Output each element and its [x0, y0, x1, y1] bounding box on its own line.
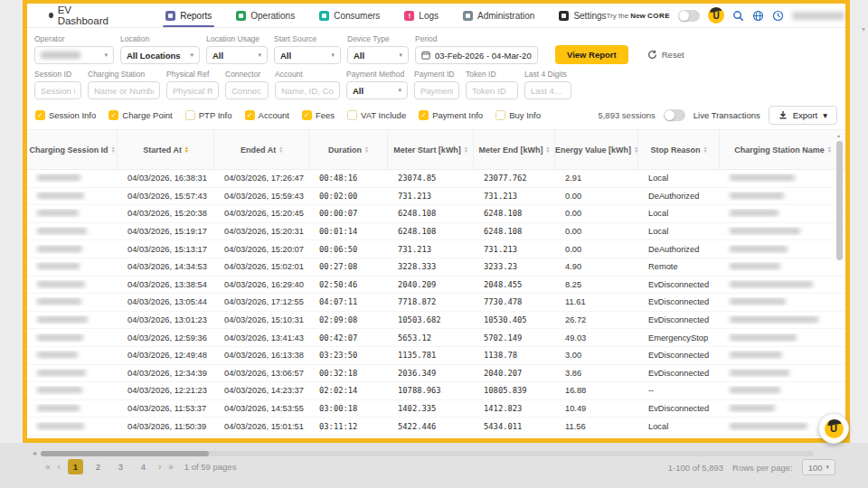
filter-input[interactable] — [275, 81, 340, 99]
table-row[interactable]: 04/03/2026, 15:20:3804/03/2026, 15:20:45… — [27, 205, 845, 223]
checkbox-buy-info[interactable]: Buy Info — [495, 110, 541, 120]
sort-icon[interactable]: ▴▾ — [465, 146, 467, 153]
live-transactions-toggle[interactable] — [664, 109, 685, 121]
clock-icon[interactable] — [772, 10, 784, 22]
cell-charging-session-id — [27, 280, 118, 289]
horizontal-scrollbar-thumb[interactable] — [41, 451, 209, 456]
search-icon[interactable] — [732, 10, 744, 22]
redacted-station-name — [730, 370, 789, 376]
column-header-energy-value-kwh-[interactable]: Energy Value [kWh]▴▾ — [555, 130, 638, 169]
sort-icon[interactable]: ▴▾ — [365, 146, 368, 153]
tab-consumers[interactable]: Consumers — [319, 4, 380, 27]
window-chevron-down-icon[interactable]: ▾ — [862, 25, 865, 33]
table-row[interactable]: 04/03/2026, 15:13:1704/03/2026, 15:20:07… — [27, 240, 845, 258]
table-row[interactable]: 04/03/2026, 11:50:3904/03/2026, 15:01:51… — [27, 418, 845, 436]
u-logo-icon[interactable]: U — [708, 7, 724, 23]
view-report-button[interactable]: View Report — [555, 45, 628, 64]
filter-select[interactable]: All▾ — [274, 46, 341, 64]
table-row[interactable]: 04/03/2026, 15:57:4304/03/2026, 15:59:43… — [27, 188, 845, 206]
cell: 6248.108 — [474, 209, 555, 218]
column-header-meter-end-kwh-[interactable]: Meter End [kWh]▴▾ — [474, 130, 555, 169]
first-page-button[interactable]: « — [45, 462, 51, 472]
column-header-duration[interactable]: Duration▴▾ — [309, 130, 388, 169]
last-page-button[interactable]: » — [168, 462, 174, 472]
table-row[interactable]: 04/03/2026, 13:05:4404/03/2026, 17:12:55… — [27, 294, 845, 312]
column-header-meter-start-kwh-[interactable]: Meter Start [kWh]▴▾ — [388, 130, 474, 169]
next-page-button[interactable]: › — [158, 462, 161, 472]
table-row[interactable]: 04/03/2026, 16:38:3104/03/2026, 17:26:47… — [27, 170, 845, 188]
sort-icon[interactable]: ▴▾ — [635, 146, 637, 153]
sort-icon[interactable]: ▴▾ — [279, 146, 282, 153]
session-id-input[interactable] — [41, 86, 75, 96]
column-header-charging-station-name[interactable]: Charging Station Name▴▾ — [720, 130, 845, 169]
sort-icon[interactable]: ▴▾ — [185, 146, 188, 153]
tab-settings[interactable]: Settings — [559, 4, 606, 27]
checkbox-ptp-info[interactable]: PTP Info — [185, 110, 232, 120]
column-header-charging-session-id[interactable]: Charging Session Id▴▾ — [27, 130, 118, 169]
checkbox-session-info[interactable]: ✓Session Info — [35, 110, 96, 120]
filter-select[interactable]: All Locations▾ — [120, 46, 200, 64]
checkbox-charge-point[interactable]: ✓Charge Point — [108, 110, 172, 120]
column-header-stop-reason[interactable]: Stop Reason▴▾ — [638, 130, 720, 169]
checkbox-fees[interactable]: ✓Fees — [302, 110, 335, 120]
column-header-started-at[interactable]: Started At▴▾ — [118, 130, 214, 169]
last-4-digits-input[interactable] — [531, 86, 565, 96]
export-button[interactable]: Export ▾ — [769, 106, 837, 125]
filter-select[interactable]: All▾ — [347, 46, 409, 64]
table-row[interactable]: 04/03/2026, 13:38:5404/03/2026, 16:29:40… — [27, 277, 845, 295]
sort-icon[interactable]: ▴▾ — [112, 146, 115, 153]
vertical-scrollbar-thumb[interactable] — [836, 141, 843, 260]
checkbox-vat-include[interactable]: VAT Include — [347, 110, 406, 120]
page-3[interactable]: 3 — [113, 459, 128, 474]
filter-select[interactable]: All▾ — [346, 81, 408, 99]
table-row[interactable]: 04/03/2026, 12:21:2304/03/2026, 14:23:37… — [27, 382, 845, 400]
filter-select[interactable]: All▾ — [206, 46, 268, 64]
sort-icon[interactable]: ▴▾ — [704, 146, 707, 153]
checkbox-account[interactable]: ✓Account — [245, 110, 289, 120]
page-1[interactable]: 1 — [68, 459, 83, 474]
checkbox-payment-info[interactable]: ✓Payment Info — [419, 110, 483, 120]
page-4[interactable]: 4 — [136, 459, 151, 474]
scroll-left-icon[interactable]: ◂ — [33, 449, 36, 457]
sort-icon[interactable]: ▴▾ — [547, 146, 550, 153]
filter-input[interactable] — [524, 81, 571, 99]
table-row[interactable]: 04/03/2026, 12:59:3604/03/2026, 13:41:43… — [27, 329, 845, 347]
reset-button[interactable]: Reset — [647, 45, 684, 64]
account-input[interactable] — [281, 86, 334, 96]
filter-input[interactable] — [88, 81, 160, 99]
page-2[interactable]: 2 — [90, 459, 106, 474]
horizontal-scrollbar[interactable] — [41, 451, 814, 456]
globe-icon[interactable] — [752, 10, 764, 22]
tab-operations[interactable]: Operations — [236, 4, 295, 27]
table-row[interactable]: 04/03/2026, 15:19:1704/03/2026, 15:20:31… — [27, 223, 845, 241]
table-row[interactable]: 04/03/2026, 13:01:2304/03/2026, 15:10:31… — [27, 312, 845, 330]
prev-page-button[interactable]: ‹ — [58, 462, 61, 472]
table-row[interactable]: 04/03/2026, 11:53:3704/03/2026, 14:53:55… — [27, 400, 845, 418]
table-row[interactable]: 04/03/2026, 12:49:4804/03/2026, 16:13:38… — [27, 347, 845, 365]
column-header-ended-at[interactable]: Ended At▴▾ — [214, 130, 309, 169]
tab-reports[interactable]: Reports — [165, 4, 212, 27]
user-name[interactable] — [792, 12, 844, 20]
period-datepicker[interactable]: 03-Feb-2026 - 04-Mar-2026 — [415, 46, 538, 64]
filter-input[interactable] — [166, 81, 219, 99]
connector-input[interactable] — [231, 86, 262, 96]
filter-input[interactable] — [34, 81, 81, 99]
payment-id-input[interactable] — [420, 86, 453, 96]
filter-select[interactable]: ▾ — [34, 46, 114, 64]
rows-per-page-select[interactable]: 100 ▾ — [802, 459, 835, 475]
vertical-scrollbar[interactable]: ▴ — [836, 132, 844, 436]
physical-ref-input[interactable] — [173, 86, 212, 96]
tab-administration[interactable]: Administration — [463, 4, 534, 27]
token-id-input[interactable] — [472, 86, 512, 96]
sort-icon[interactable]: ▴▾ — [828, 146, 831, 153]
filter-input[interactable] — [225, 81, 269, 99]
table-row[interactable]: 04/03/2026, 12:34:3904/03/2026, 13:06:57… — [27, 365, 845, 383]
table-row[interactable]: 04/03/2026, 14:34:5304/03/2026, 15:02:01… — [27, 258, 845, 277]
filter-input[interactable] — [414, 81, 459, 99]
charging-station-input[interactable] — [94, 86, 154, 96]
try-new-core-toggle[interactable] — [678, 10, 700, 22]
scroll-up-icon[interactable]: ▴ — [837, 132, 840, 138]
tab-logs[interactable]: !Logs — [404, 4, 439, 27]
filter-input[interactable] — [466, 81, 518, 99]
chat-widget-button[interactable]: U — [818, 413, 849, 444]
